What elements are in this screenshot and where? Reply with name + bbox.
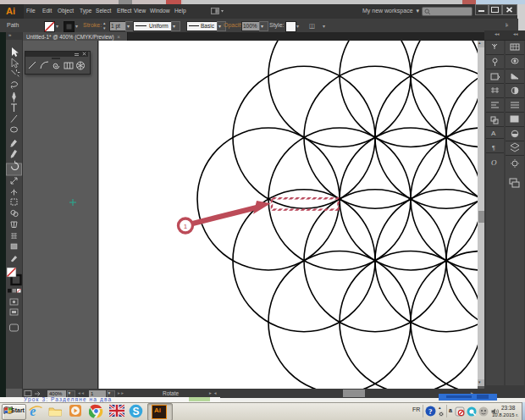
svg-text:e: e	[30, 404, 36, 418]
svg-text:1: 1	[184, 223, 188, 230]
svg-text:S: S	[133, 406, 140, 417]
svg-text:O: O	[491, 158, 497, 167]
svg-text:¶: ¶	[492, 145, 495, 151]
svg-text:A: A	[491, 130, 496, 137]
svg-text:?: ?	[428, 407, 433, 416]
